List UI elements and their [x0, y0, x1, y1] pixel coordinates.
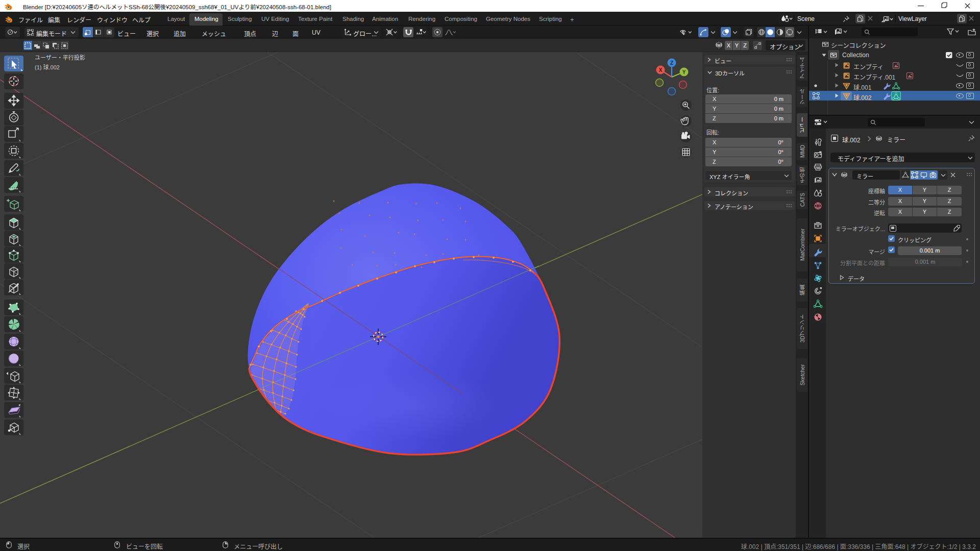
- svg-text:ユーザー・平行投影: ユーザー・平行投影: [35, 54, 85, 61]
- svg-text:X: X: [659, 67, 663, 73]
- svg-text:Y: Y: [682, 69, 686, 75]
- svg-text:Z: Z: [670, 60, 673, 66]
- svg-text:(1) 球.002: (1) 球.002: [35, 64, 60, 70]
